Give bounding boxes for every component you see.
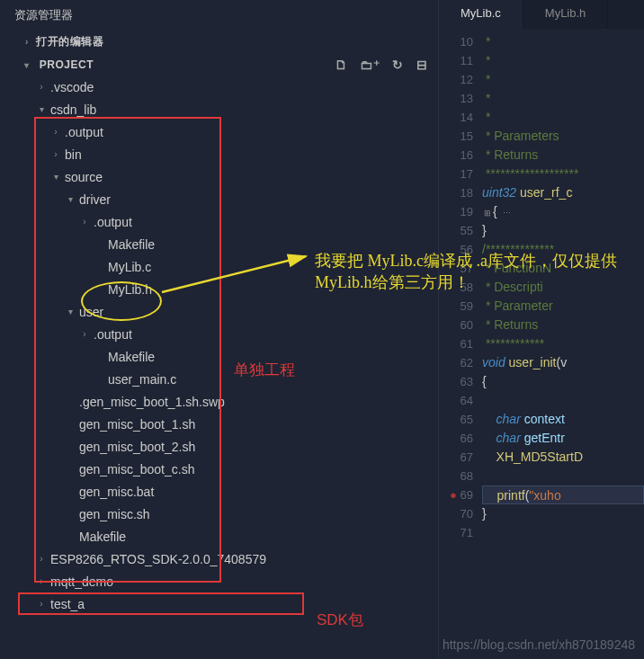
tree-item-makefile[interactable]: Makefile bbox=[0, 525, 438, 548]
tree-item-label: source bbox=[65, 170, 103, 184]
tree-item--vscode[interactable]: ›.vscode bbox=[0, 76, 438, 98]
line-number: 62 bbox=[439, 353, 473, 372]
chevron-icon: ▾ bbox=[65, 194, 76, 204]
tree-item-mylib-h[interactable]: MyLib.h bbox=[0, 278, 438, 300]
line-number: 67 bbox=[439, 448, 473, 467]
project-section[interactable]: ▾ PROJECT 🗋 🗀⁺ ↻ ⊟ bbox=[0, 53, 438, 76]
collapse-all-icon[interactable]: ⊟ bbox=[416, 58, 428, 72]
open-editors-section[interactable]: › 打开的编辑器 bbox=[0, 31, 438, 53]
tree-item-gen-misc-boot-c-sh[interactable]: gen_misc_boot_c.sh bbox=[0, 458, 438, 480]
chevron-icon: › bbox=[36, 82, 47, 92]
tree-item-label: gen_misc_boot_c.sh bbox=[79, 462, 194, 476]
tree-item-label: .output bbox=[94, 215, 132, 229]
line-number: 13 bbox=[439, 89, 473, 108]
line-number: 71 bbox=[439, 523, 473, 542]
chevron-down-icon: ▾ bbox=[22, 60, 32, 70]
line-number: 56 bbox=[439, 240, 473, 259]
tree-item-label: Makefile bbox=[79, 530, 126, 544]
line-number: 60 bbox=[439, 316, 473, 334]
new-folder-icon[interactable]: 🗀⁺ bbox=[360, 58, 380, 72]
refresh-icon[interactable]: ↻ bbox=[392, 58, 404, 72]
line-gutter: 1011121314151617181955565758596061626364… bbox=[439, 29, 482, 659]
line-number: 66 bbox=[439, 429, 473, 448]
tree-item--output[interactable]: ›.output bbox=[0, 210, 438, 233]
tab-mylib-h[interactable]: MyLib.h bbox=[523, 0, 609, 29]
tree-item-label: user_main.c bbox=[108, 372, 176, 387]
line-number: 70 bbox=[439, 504, 473, 523]
line-number: 64 bbox=[439, 391, 473, 410]
tree-item-label: .vscode bbox=[50, 80, 94, 94]
tree-item-esp8266-rtos-sdk-2-0-0-7408579[interactable]: ›ESP8266_RTOS_SDK-2.0.0_7408579 bbox=[0, 548, 438, 570]
line-number: 14 bbox=[439, 108, 473, 127]
tree-item-user-main-c[interactable]: user_main.c bbox=[0, 368, 438, 390]
tree-item-label: MyLib.h bbox=[108, 282, 152, 297]
line-number: 55 bbox=[439, 221, 473, 240]
tree-item-mqtt-demo[interactable]: ›mqtt_demo bbox=[0, 570, 438, 592]
new-file-icon[interactable]: 🗋 bbox=[335, 58, 348, 72]
fold-icon[interactable]: ⊞ bbox=[482, 209, 493, 218]
chevron-icon: › bbox=[79, 329, 90, 339]
code-editor[interactable]: 1011121314151617181955565758596061626364… bbox=[439, 29, 644, 659]
explorer-sidebar: 资源管理器 › 打开的编辑器 ▾ PROJECT 🗋 🗀⁺ ↻ ⊟ bbox=[0, 0, 439, 659]
tree-item-gen-misc-sh[interactable]: gen_misc.sh bbox=[0, 503, 438, 525]
tree-item-label: user bbox=[79, 305, 103, 319]
watermark: https://blog.csdn.net/xh870189248 bbox=[443, 637, 635, 652]
tree-item-source[interactable]: ▾source bbox=[0, 165, 438, 188]
line-number: 63 bbox=[439, 372, 473, 391]
tree-item-label: MyLib.c bbox=[108, 260, 151, 274]
tree-item-driver[interactable]: ▾driver bbox=[0, 188, 438, 210]
tree-item-label: gen_misc.bat bbox=[79, 485, 154, 499]
line-number: 59 bbox=[439, 297, 473, 316]
line-number: 17 bbox=[439, 165, 473, 183]
tree-item-label: .gen_misc_boot_1.sh.swp bbox=[79, 395, 225, 409]
tree-item-csdn-lib[interactable]: ▾csdn_lib bbox=[0, 98, 438, 120]
line-number: 58 bbox=[439, 278, 473, 297]
line-number: 10 bbox=[439, 32, 473, 51]
tree-item-gen-misc-bat[interactable]: gen_misc.bat bbox=[0, 480, 438, 503]
tree-item-bin[interactable]: ›bin bbox=[0, 143, 438, 165]
tree-item--output[interactable]: ›.output bbox=[0, 323, 438, 345]
tree-item-label: bin bbox=[65, 147, 82, 162]
tab-mylib-c[interactable]: MyLib.c bbox=[439, 0, 523, 29]
chevron-icon: › bbox=[36, 599, 47, 609]
tree-item-gen-misc-boot-2-sh[interactable]: gen_misc_boot_2.sh bbox=[0, 435, 438, 458]
chevron-icon: › bbox=[50, 149, 61, 159]
tree-item-label: Makefile bbox=[108, 237, 155, 252]
line-number: 18 bbox=[439, 183, 473, 202]
tree-item-label: .output bbox=[65, 125, 103, 139]
chevron-right-icon: › bbox=[22, 37, 32, 47]
line-number: ● 69 bbox=[439, 485, 473, 504]
tree-item-label: csdn_lib bbox=[50, 102, 96, 117]
tree-item-label: ESP8266_RTOS_SDK-2.0.0_7408579 bbox=[50, 552, 266, 566]
line-number: 11 bbox=[439, 51, 473, 70]
chevron-icon: ▾ bbox=[50, 172, 61, 182]
line-number: 61 bbox=[439, 334, 473, 353]
sidebar-title: 资源管理器 bbox=[0, 0, 438, 31]
tree-item-makefile[interactable]: Makefile bbox=[0, 233, 438, 255]
tree-item-label: test_a bbox=[50, 597, 85, 611]
tree-item--gen-misc-boot-1-sh-swp[interactable]: .gen_misc_boot_1.sh.swp bbox=[0, 390, 438, 413]
line-number: 16 bbox=[439, 146, 473, 165]
editor-panel: MyLib.c MyLib.h 101112131415161718195556… bbox=[439, 0, 644, 659]
tree-item-mylib-c[interactable]: MyLib.c bbox=[0, 255, 438, 278]
file-tree: › 打开的编辑器 ▾ PROJECT 🗋 🗀⁺ ↻ ⊟ ›.vscode▾csd… bbox=[0, 31, 438, 659]
tree-item-label: .output bbox=[94, 327, 132, 342]
tree-item-makefile[interactable]: Makefile bbox=[0, 345, 438, 368]
tree-item-gen-misc-boot-1-sh[interactable]: gen_misc_boot_1.sh bbox=[0, 413, 438, 435]
line-number: 68 bbox=[439, 467, 473, 485]
code-content[interactable]: * * * * * * Parameters * Returns *******… bbox=[482, 29, 644, 659]
chevron-icon: › bbox=[50, 127, 61, 137]
tree-item-label: driver bbox=[79, 192, 111, 207]
tree-item-user[interactable]: ▾user bbox=[0, 300, 438, 323]
line-number: 65 bbox=[439, 410, 473, 429]
tree-item-label: mqtt_demo bbox=[50, 574, 113, 589]
editor-tabs: MyLib.c MyLib.h bbox=[439, 0, 644, 29]
line-number: 15 bbox=[439, 127, 473, 146]
chevron-icon: › bbox=[36, 576, 47, 586]
chevron-icon: › bbox=[79, 217, 90, 227]
tree-item--output[interactable]: ›.output bbox=[0, 120, 438, 143]
chevron-icon: › bbox=[36, 554, 47, 564]
tree-item-label: gen_misc_boot_2.sh bbox=[79, 440, 195, 454]
tree-item-test-a[interactable]: ›test_a bbox=[0, 592, 438, 615]
breakpoint-icon[interactable]: ● bbox=[450, 488, 457, 502]
